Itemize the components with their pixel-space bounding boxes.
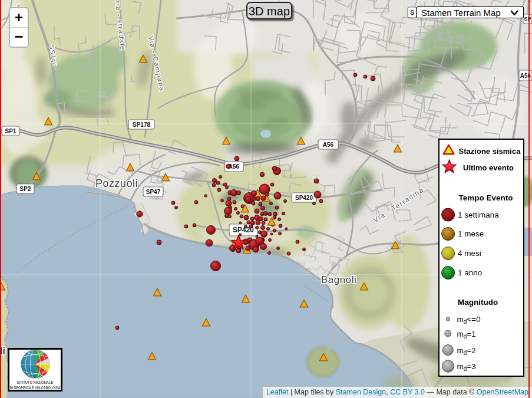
- svg-text:SP47: SP47: [146, 189, 161, 195]
- svg-text:md=1: md=1: [457, 330, 476, 340]
- svg-text:Stazione sismica: Stazione sismica: [459, 147, 521, 156]
- svg-text:Magnitudo: Magnitudo: [458, 298, 498, 307]
- svg-text:Ultimo evento: Ultimo evento: [463, 163, 514, 172]
- svg-text:1 settimana: 1 settimana: [458, 210, 499, 219]
- svg-text:Tempo Evento: Tempo Evento: [459, 193, 513, 202]
- svg-text:4 mesi: 4 mesi: [458, 249, 481, 258]
- svg-text:SP1: SP1: [5, 128, 16, 134]
- svg-text:1 anno: 1 anno: [458, 268, 482, 277]
- svg-text:S: S: [410, 9, 414, 16]
- svg-text:Pozzuoli: Pozzuoli: [95, 177, 138, 189]
- svg-text:Bagnoli: Bagnoli: [321, 274, 356, 285]
- svg-text:ISTITUTO NAZIONALE: ISTITUTO NAZIONALE: [17, 380, 54, 385]
- svg-text:md=2: md=2: [457, 346, 476, 356]
- svg-text:1 mese: 1 mese: [458, 229, 484, 238]
- svg-text:SP: SP: [524, 16, 531, 22]
- svg-text:SP420: SP420: [295, 195, 313, 201]
- svg-text:SP2: SP2: [20, 186, 31, 192]
- svg-text:md<=0: md<=0: [457, 315, 481, 325]
- svg-text:DI GEOFISICA E VULCANOLOGIA: DI GEOFISICA E VULCANOLOGIA: [10, 385, 61, 390]
- svg-text:SP178: SP178: [133, 121, 150, 128]
- svg-text:A56: A56: [323, 142, 334, 148]
- svg-text:md=3: md=3: [457, 362, 476, 372]
